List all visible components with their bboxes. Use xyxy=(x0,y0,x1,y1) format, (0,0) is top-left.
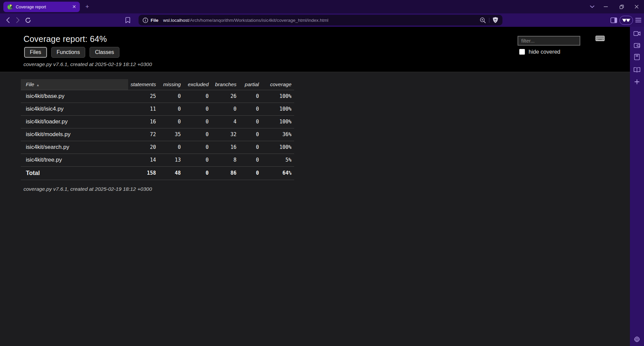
statements-cell: 72 xyxy=(128,128,159,141)
hide-covered-control[interactable]: hide covered xyxy=(519,49,560,55)
coverage-cell: 100% xyxy=(262,103,294,115)
tab-strip: Coverage report ✕ + xyxy=(0,0,644,13)
browser-window: Coverage report ✕ + xyxy=(0,0,644,346)
files-view-button[interactable]: Files xyxy=(24,47,47,58)
footer-version-line: coverage.py v7.6.1, created at 2025-02-1… xyxy=(23,186,152,192)
filter-input[interactable] xyxy=(518,36,580,46)
video-call-icon[interactable] xyxy=(634,31,641,36)
coverage-table: File▲ statements missing excluded branch… xyxy=(21,79,294,180)
branches-cell: 4 xyxy=(211,115,239,128)
private-window-badge[interactable] xyxy=(620,16,633,25)
window-minimize-button[interactable] xyxy=(601,0,610,13)
excluded-cell: 0 xyxy=(183,154,211,166)
wallet-icon[interactable] xyxy=(634,43,640,48)
back-button[interactable] xyxy=(3,15,13,25)
file-link[interactable]: isic4kit/models.py xyxy=(21,128,128,141)
statements-cell: 11 xyxy=(128,103,159,115)
coverage-cell: 100% xyxy=(262,141,294,154)
classes-view-button[interactable]: Classes xyxy=(90,47,119,58)
partial-cell: 0 xyxy=(239,90,262,103)
window-menu-chevron-icon[interactable] xyxy=(588,0,596,13)
bookmark-icon[interactable] xyxy=(123,15,133,25)
menu-hamburger-icon[interactable] xyxy=(635,18,641,22)
excluded-cell: 0 xyxy=(183,90,211,103)
file-link[interactable]: isic4kit/tree.py xyxy=(21,154,128,166)
coverage-cell: 5% xyxy=(262,154,294,166)
excluded-cell: 0 xyxy=(183,115,211,128)
branches-cell: 8 xyxy=(211,154,239,166)
partial-cell: 0 xyxy=(239,154,262,166)
coverage-cell: 36% xyxy=(262,128,294,141)
coverage-table-body: isic4kit/base.py 25 0 0 26 0 100% isic4k… xyxy=(21,90,294,166)
window-restore-button[interactable] xyxy=(617,0,626,13)
partial-cell: 0 xyxy=(239,103,262,115)
column-header-branches[interactable]: branches xyxy=(211,79,239,90)
tab-title: Coverage report xyxy=(16,5,71,9)
column-header-coverage[interactable]: coverage xyxy=(262,79,294,90)
total-missing: 48 xyxy=(159,166,183,180)
total-coverage: 64% xyxy=(262,166,294,180)
column-header-missing[interactable]: missing xyxy=(159,79,183,90)
coverage-cell: 100% xyxy=(262,115,294,128)
page-info-icon[interactable] xyxy=(143,17,148,23)
partial-cell: 0 xyxy=(239,115,262,128)
brave-sidebar xyxy=(630,27,644,346)
sidebar-settings-gear-icon[interactable] xyxy=(634,336,640,343)
window-close-button[interactable] xyxy=(632,0,641,13)
reading-list-icon[interactable] xyxy=(634,67,641,72)
coverage-favicon-icon xyxy=(7,4,13,10)
hide-covered-checkbox[interactable] xyxy=(519,49,525,55)
view-switcher: Files Functions Classes xyxy=(24,47,119,58)
keyboard-shortcuts-icon[interactable] xyxy=(595,36,605,41)
brave-shield-icon[interactable] xyxy=(492,17,498,23)
statements-cell: 25 xyxy=(128,90,159,103)
table-row: isic4kit/base.py 25 0 0 26 0 100% xyxy=(21,90,294,103)
statements-cell: 16 xyxy=(128,115,159,128)
excluded-cell: 0 xyxy=(183,128,211,141)
bookmarks-book-icon[interactable] xyxy=(634,54,640,60)
excluded-cell: 0 xyxy=(183,141,211,154)
browser-tab[interactable]: Coverage report ✕ xyxy=(3,2,80,12)
table-row: isic4kit/models.py 72 35 0 32 0 36% xyxy=(21,128,294,141)
url-host: wsl.localhost xyxy=(163,18,189,23)
add-panel-icon[interactable] xyxy=(635,79,640,84)
reload-button[interactable] xyxy=(23,15,33,25)
url-scheme-label: File xyxy=(151,18,158,23)
statements-cell: 14 xyxy=(128,154,159,166)
excluded-cell: 0 xyxy=(183,103,211,115)
statements-cell: 20 xyxy=(128,141,159,154)
table-row: isic4kit/search.py 20 0 0 16 0 100% xyxy=(21,141,294,154)
file-link[interactable]: isic4kit/base.py xyxy=(21,90,128,103)
table-row: isic4kit/tree.py 14 13 0 8 0 5% xyxy=(21,154,294,166)
branches-cell: 16 xyxy=(211,141,239,154)
sidebar-toggle-icon[interactable] xyxy=(610,17,617,23)
zoom-page-icon[interactable] xyxy=(480,17,486,23)
file-link[interactable]: isic4kit/search.py xyxy=(21,141,128,154)
table-row: isic4kit/loader.py 16 0 0 4 0 100% xyxy=(21,115,294,128)
forward-button[interactable] xyxy=(13,15,23,25)
new-tab-button[interactable]: + xyxy=(83,3,91,11)
file-link[interactable]: isic4kit/loader.py xyxy=(21,115,128,128)
column-header-excluded[interactable]: excluded xyxy=(183,79,211,90)
hide-covered-label: hide covered xyxy=(529,49,560,55)
file-link[interactable]: isic4kit/isic4.py xyxy=(21,103,128,115)
column-header-partial[interactable]: partial xyxy=(239,79,262,90)
partial-cell: 0 xyxy=(239,141,262,154)
total-branches: 86 xyxy=(211,166,239,180)
version-line: coverage.py v7.6.1, created at 2025-02-1… xyxy=(23,61,152,67)
column-header-statements[interactable]: statements xyxy=(128,79,159,90)
missing-cell: 0 xyxy=(159,103,183,115)
page-content: Coverage report: 64% Files Functions Cla… xyxy=(0,27,630,346)
missing-cell: 35 xyxy=(159,128,183,141)
total-row: Total 158 48 0 86 0 64% xyxy=(21,166,294,180)
missing-cell: 0 xyxy=(159,90,183,103)
toolbar-right-cluster xyxy=(610,13,644,27)
address-bar[interactable]: File wsl.localhost/Arch/home/anqorithm/W… xyxy=(139,15,502,25)
functions-view-button[interactable]: Functions xyxy=(51,47,85,58)
column-header-file[interactable]: File▲ xyxy=(21,79,128,90)
total-statements: 158 xyxy=(128,166,159,180)
sort-ascending-icon: ▲ xyxy=(36,83,40,87)
table-row: isic4kit/isic4.py 11 0 0 0 0 100% xyxy=(21,103,294,115)
tab-close-icon[interactable]: ✕ xyxy=(71,4,77,10)
page-title: Coverage report: 64% xyxy=(23,34,107,44)
